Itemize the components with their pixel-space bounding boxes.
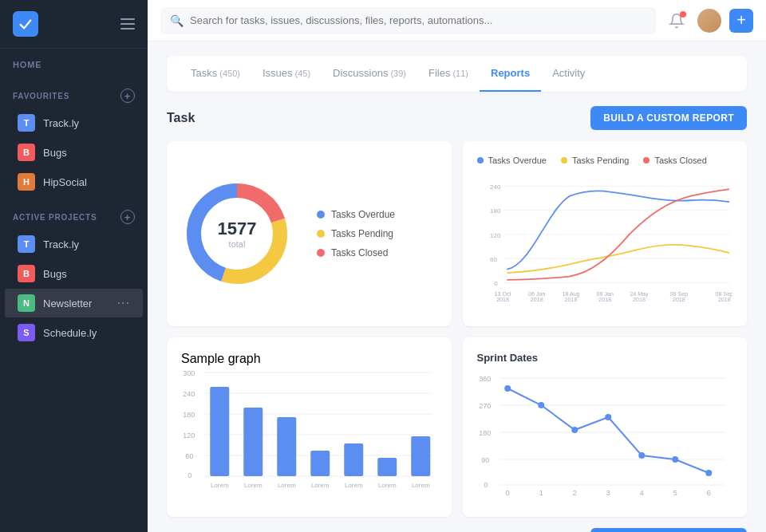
svg-text:4: 4 xyxy=(639,489,643,497)
tab-files[interactable]: Files(11) xyxy=(417,56,480,92)
tab-activity[interactable]: Activity xyxy=(541,56,596,92)
sidebar-item-schedulely-active[interactable]: S Schedule.ly xyxy=(5,318,143,347)
sprint-chart-svg: 360 270 180 90 0 xyxy=(477,372,733,499)
global-add-button[interactable]: + xyxy=(729,9,753,33)
svg-rect-43 xyxy=(310,451,330,476)
svg-text:180: 180 xyxy=(490,207,501,215)
donut-legend: Tasks OverdueTasks PendingTasks Closed xyxy=(317,209,395,258)
tab-issues[interactable]: Issues(45) xyxy=(251,56,322,92)
line-legend-label: Tasks Overdue xyxy=(488,156,547,165)
svg-text:90: 90 xyxy=(481,456,489,464)
svg-rect-44 xyxy=(344,443,363,476)
tab-reports[interactable]: Reports xyxy=(480,56,541,92)
task-section-title: Task xyxy=(167,111,195,125)
svg-text:Lorem: Lorem xyxy=(345,482,363,489)
favourites-label: FAVOURITES xyxy=(13,92,69,100)
issues-build-report-button[interactable]: BUILD A CUSTOM REPORT xyxy=(590,528,747,532)
sprint-chart-card: Sprint Dates 360 270 180 90 0 xyxy=(463,337,748,517)
add-favourite-icon[interactable]: + xyxy=(120,89,135,103)
search-icon: 🔍 xyxy=(170,14,184,27)
active-projects-section: ACTIVE PROJECTS + xyxy=(0,197,148,229)
hamburger-icon[interactable] xyxy=(120,18,135,30)
sidebar: HOME FAVOURITES + T Track.ly B Bugs H Hi… xyxy=(0,0,148,532)
svg-point-66 xyxy=(571,427,578,433)
tabs-bar: Tasks(450)Issues(45)Discussions(39)Files… xyxy=(167,56,747,92)
search-input[interactable] xyxy=(190,14,646,26)
item-label: HipSocial xyxy=(43,176,130,188)
legend-item: Tasks Pending xyxy=(317,228,395,239)
sidebar-item-track-fav[interactable]: T Track.ly xyxy=(5,108,143,137)
home-label: HOME xyxy=(0,49,148,76)
favourites-section: FAVOURITES + xyxy=(0,76,148,108)
legend-dot xyxy=(317,211,325,219)
svg-text:2018: 2018 xyxy=(496,297,509,303)
svg-text:270: 270 xyxy=(479,402,491,410)
logo-icon[interactable] xyxy=(13,11,38,37)
more-icon[interactable]: ··· xyxy=(117,296,130,310)
sidebar-item-track-active[interactable]: T Track.ly xyxy=(5,230,143,258)
tab-badge: (450) xyxy=(219,69,240,78)
legend-item: Tasks Overdue xyxy=(317,209,395,220)
svg-text:0: 0 xyxy=(484,481,488,489)
sidebar-item-bugs-active[interactable]: B Bugs xyxy=(5,259,143,288)
svg-text:0: 0 xyxy=(188,471,192,479)
bar-chart-svg: 300 240 180 120 60 0 xyxy=(181,366,437,494)
add-project-icon[interactable]: + xyxy=(120,210,135,224)
svg-text:Lorem: Lorem xyxy=(311,482,330,489)
tab-tasks[interactable]: Tasks(450) xyxy=(180,56,251,92)
bar-chart-card: Sample graph 300 240 180 120 60 0 xyxy=(167,337,452,517)
main-area: 🔍 + Tasks(450)Issues(45)Discussions(39)F… xyxy=(148,0,766,532)
svg-text:2018: 2018 xyxy=(717,297,730,303)
sidebar-item-bugs-fav[interactable]: B Bugs xyxy=(5,138,143,167)
svg-text:Lorem: Lorem xyxy=(378,482,397,489)
line-legend-label: Tasks Pending xyxy=(572,156,630,165)
svg-text:120: 120 xyxy=(183,432,195,439)
tab-badge: (39) xyxy=(390,69,406,78)
task-section-header: Task BUILD A CUSTOM REPORT xyxy=(167,106,747,130)
topbar: 🔍 + xyxy=(148,0,766,41)
donut-total: 1577 xyxy=(218,219,257,239)
item-label: Newsletter xyxy=(43,298,117,309)
svg-rect-46 xyxy=(411,436,430,476)
svg-text:2018: 2018 xyxy=(672,297,685,303)
build-report-button[interactable]: BUILD A CUSTOM REPORT xyxy=(590,106,747,130)
tab-discussions[interactable]: Discussions(39) xyxy=(322,56,417,92)
legend-item: Tasks Closed xyxy=(317,247,395,258)
svg-text:Lorem: Lorem xyxy=(211,482,229,489)
sidebar-item-hipsocial-fav[interactable]: H HipSocial xyxy=(5,167,143,196)
donut-center: 1577 total xyxy=(218,219,257,249)
bar-chart-title: Sample graph xyxy=(181,352,437,366)
item-label: Bugs xyxy=(43,147,130,159)
notification-dot xyxy=(680,11,686,18)
item-avatar: T xyxy=(18,114,35,132)
line-legend-dot xyxy=(561,157,567,164)
legend-dot xyxy=(317,230,325,238)
svg-rect-41 xyxy=(243,408,263,476)
sidebar-logo xyxy=(0,0,148,49)
donut-chart: 1577 total xyxy=(181,178,293,290)
line-legend-item: Tasks Pending xyxy=(561,156,630,165)
svg-text:Lorem: Lorem xyxy=(244,482,263,489)
svg-text:360: 360 xyxy=(479,375,491,383)
sidebar-item-newsletter-active[interactable]: N Newsletter ··· xyxy=(5,289,143,317)
line-chart-svg: 240 180 120 60 0 xyxy=(477,173,733,309)
line-legend-label: Tasks Closed xyxy=(654,156,706,165)
line-legend-item: Tasks Closed xyxy=(643,156,706,165)
svg-text:240: 240 xyxy=(490,183,501,191)
tab-badge: (45) xyxy=(295,69,311,78)
svg-text:Lorem: Lorem xyxy=(412,482,430,489)
item-label: Schedule.ly xyxy=(43,327,130,339)
svg-text:60: 60 xyxy=(185,452,193,460)
topbar-actions: + xyxy=(664,8,753,33)
item-label: Track.ly xyxy=(43,238,130,250)
search-bar[interactable]: 🔍 xyxy=(160,7,656,34)
user-avatar[interactable] xyxy=(697,9,721,33)
svg-point-67 xyxy=(605,414,611,420)
legend-label: Tasks Pending xyxy=(331,228,393,239)
donut-chart-card: 1577 total Tasks OverdueTasks PendingTas… xyxy=(167,141,452,326)
item-avatar: T xyxy=(18,235,35,253)
notification-icon[interactable] xyxy=(664,8,689,33)
active-projects-list: T Track.ly B Bugs N Newsletter ··· S Sch… xyxy=(0,229,148,348)
legend-dot xyxy=(317,249,325,257)
svg-text:120: 120 xyxy=(490,232,501,239)
